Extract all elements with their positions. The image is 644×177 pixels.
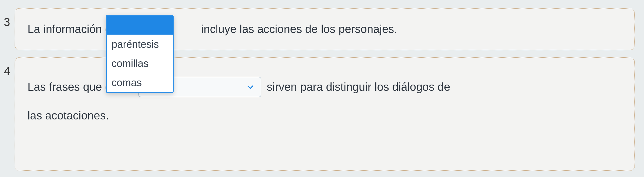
question-4-row: 4 Las frases que están sirven para disti… <box>0 57 644 171</box>
q3-dropdown-selected-bar[interactable] <box>107 16 173 35</box>
q3-dropdown-open[interactable]: paréntesis comillas comas <box>106 15 174 93</box>
q4-text-after: sirven para distinguir los diálogos de <box>267 80 450 94</box>
question-3-row: 3 La información entre incluye las accio… <box>0 8 644 50</box>
question-number-3: 3 <box>0 8 15 29</box>
question-number-4: 4 <box>0 57 15 78</box>
chevron-down-icon <box>246 83 254 91</box>
q3-text-after: incluye las acciones de los personajes. <box>201 22 397 36</box>
q3-option-parentesis[interactable]: paréntesis <box>107 35 173 54</box>
q3-option-comas[interactable]: comas <box>107 73 173 92</box>
q4-text-line2: las acotaciones. <box>28 109 621 122</box>
q3-option-comillas[interactable]: comillas <box>107 54 173 73</box>
